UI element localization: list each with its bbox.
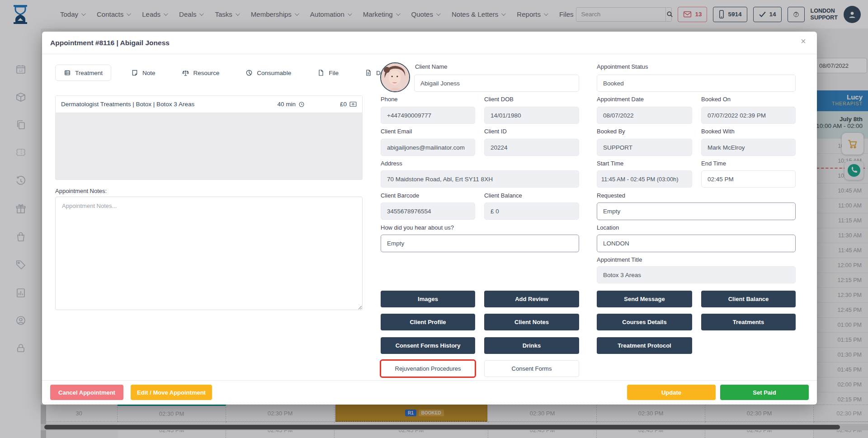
booked-on-input[interactable]: 07/07/2022 02:39 PM — [701, 107, 796, 124]
update-button[interactable]: Update — [627, 385, 716, 400]
consent-forms-button[interactable]: Consent Forms — [484, 360, 579, 377]
client-profile-button[interactable]: Client Profile — [381, 314, 475, 330]
appointment-notes-textarea[interactable] — [55, 197, 363, 310]
courses-details-button[interactable]: Courses Details — [597, 314, 692, 330]
client-notes-button[interactable]: Client Notes — [484, 314, 579, 330]
treatment-price: £0 — [340, 101, 357, 108]
client-balance-button[interactable]: Client Balance — [701, 291, 796, 307]
start-time-input[interactable]: 11:45 AM - 02:45 PM (03:00h) — [597, 170, 692, 188]
client-name-label: Client Name — [415, 63, 448, 70]
note-icon — [131, 69, 138, 76]
appointment-status-input[interactable]: Booked — [597, 75, 796, 92]
appointment-date-input[interactable]: 08/07/2022 — [597, 107, 692, 124]
file-icon — [317, 69, 325, 76]
send-message-button[interactable]: Send Message — [597, 291, 692, 307]
end-time-label: End Time — [701, 160, 726, 167]
client-photo[interactable] — [380, 62, 410, 92]
add-review-button[interactable]: Add Review — [484, 291, 579, 307]
appointment-modal: Appointment #8116 | Abigail Joness × Tre… — [42, 32, 817, 405]
treatment-protocol-button[interactable]: Treatment Protocol — [597, 337, 692, 354]
close-icon[interactable]: × — [801, 36, 806, 47]
booked-on-label: Booked On — [701, 96, 731, 103]
client-dob-input[interactable]: 14/01/1980 — [484, 107, 579, 124]
client-dob-label: Client DOB — [484, 96, 514, 103]
tab-note[interactable]: Note — [125, 65, 162, 81]
tab-treatment[interactable]: Treatment — [55, 65, 111, 81]
treatment-duration: 40 min — [277, 101, 305, 108]
treatments-button[interactable]: Treatments — [701, 314, 796, 330]
tab-file[interactable]: File — [311, 65, 345, 81]
client-email-label: Client Email — [381, 128, 412, 135]
footer-divider — [42, 380, 817, 381]
client-email-input[interactable]: abigailjones@mailinator.com — [381, 139, 475, 156]
client-barcode-input[interactable]: 3455678976554 — [381, 203, 475, 220]
client-photo-image — [381, 63, 409, 91]
images-button[interactable]: Images — [381, 291, 475, 307]
tab-consumable[interactable]: Consumable — [239, 65, 297, 81]
drinks-button[interactable]: Drinks — [484, 337, 579, 354]
treatment-rows-icon — [64, 69, 71, 76]
pie-chart-icon — [245, 69, 253, 76]
start-time-label: Start Time — [597, 160, 623, 167]
banknote-icon — [349, 101, 357, 107]
appointment-status-label: Appointment Status — [597, 63, 648, 70]
clock-icon — [298, 101, 305, 108]
rejuvenation-procedures-button[interactable]: Rejuvenation Procedures — [380, 359, 476, 378]
modal-tabs: Treatment Note Resource Consumable File … — [55, 65, 414, 81]
location-label: Location — [597, 224, 619, 231]
consent-forms-history-button[interactable]: Consent Forms History — [381, 337, 475, 354]
requested-label: Requested — [597, 192, 625, 199]
appointment-date-label: Appointment Date — [597, 96, 644, 103]
location-select[interactable]: LONDON — [597, 235, 796, 252]
client-name-input[interactable]: Abigail Joness — [414, 75, 579, 92]
treatment-list: Dermatologist Treatments | Botox | Botox… — [55, 95, 363, 180]
client-id-label: Client ID — [484, 128, 507, 135]
client-balance-label: Client Balance — [484, 192, 522, 199]
phone-input[interactable]: +447490009777 — [381, 107, 475, 124]
hear-about-select[interactable]: Empty — [381, 235, 579, 252]
address-label: Address — [381, 160, 402, 167]
set-paid-button[interactable]: Set Paid — [720, 385, 809, 400]
tab-resource[interactable]: Resource — [175, 65, 226, 81]
edit-move-appointment-button[interactable]: Edit / Move Appointment — [131, 385, 212, 400]
treatment-name: Dermatologist Treatments | Botox | Botox… — [61, 101, 277, 108]
modal-title: Appointment #8116 | Abigail Joness — [50, 39, 170, 47]
scale-icon — [182, 69, 189, 77]
end-time-input[interactable]: 02:45 PM — [701, 170, 796, 188]
cancel-appointment-button[interactable]: Cancel Appointment — [50, 385, 123, 400]
document-icon — [365, 69, 372, 76]
treatment-row[interactable]: Dermatologist Treatments | Botox | Botox… — [56, 96, 362, 113]
appointment-title-label: Appointment Title — [597, 256, 642, 263]
client-barcode-label: Client Barcode — [381, 192, 419, 199]
appointment-title-input[interactable]: Botox 3 Areas — [597, 266, 796, 283]
client-id-input[interactable]: 20224 — [484, 139, 579, 156]
booked-by-input[interactable]: SUPPORT — [597, 139, 692, 156]
booked-with-label: Booked With — [701, 128, 735, 135]
requested-select[interactable]: Empty — [597, 203, 796, 220]
booked-with-input[interactable]: Mark McElroy — [701, 139, 796, 156]
header-divider — [42, 54, 817, 54]
client-balance-input[interactable]: £ 0 — [484, 203, 579, 220]
appointment-notes-label: Appointment Notes: — [55, 188, 107, 194]
phone-label: Phone — [381, 96, 398, 103]
booked-by-label: Booked By — [597, 128, 625, 135]
hear-about-label: How did you hear about us? — [381, 224, 454, 231]
address-input[interactable]: 70 Maidstone Road, Abl, Ert SY11 8XH — [381, 170, 579, 188]
